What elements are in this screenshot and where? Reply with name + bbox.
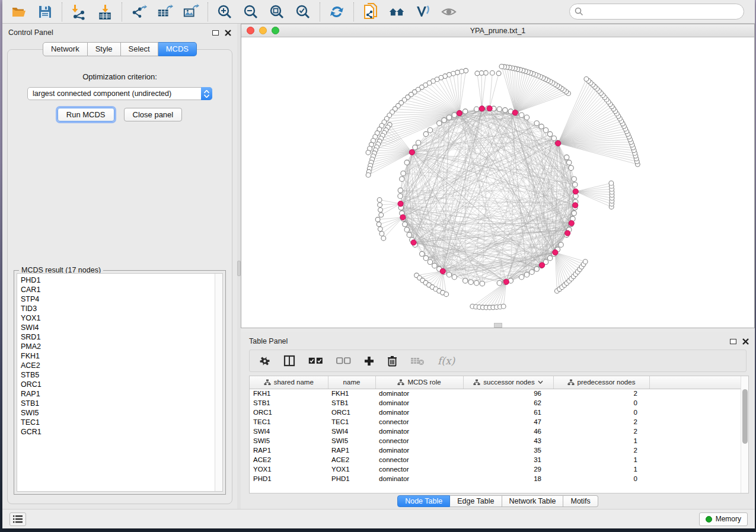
tab-network-table[interactable]: Network Table — [502, 495, 564, 507]
table-cell[interactable]: STB1 — [250, 398, 328, 408]
float-table-panel-icon[interactable] — [730, 339, 736, 344]
table-cell[interactable]: dominator — [375, 474, 463, 483]
table-cell[interactable]: connector — [375, 417, 463, 427]
table-row[interactable]: ORC1ORC1dominator610 — [250, 408, 741, 417]
canvas-splitter-handle[interactable] — [494, 323, 502, 328]
table-cell[interactable]: dominator — [375, 398, 463, 408]
table-scrollbar-thumb[interactable] — [742, 389, 748, 444]
delete-column-icon[interactable] — [387, 354, 397, 368]
table-row[interactable]: STB1STB1dominator620 — [250, 398, 741, 408]
zoom-in-icon[interactable] — [216, 4, 233, 20]
table-cell[interactable]: SWI4 — [328, 427, 375, 436]
zoom-selected-icon[interactable] — [295, 4, 311, 20]
tab-motifs[interactable]: Motifs — [563, 495, 598, 507]
table-cell[interactable]: dominator — [375, 408, 463, 417]
table-cell[interactable]: SWI5 — [328, 436, 375, 446]
zoom-out-icon[interactable] — [243, 4, 259, 20]
mcds-result-item[interactable]: TEC1 — [21, 418, 215, 427]
table-cell[interactable]: 2 — [553, 446, 649, 455]
table-cell[interactable]: FKH1 — [328, 389, 375, 398]
tab-network[interactable]: Network — [43, 42, 88, 56]
mcds-result-item[interactable]: RAP1 — [21, 389, 215, 399]
table-cell[interactable]: ORC1 — [328, 408, 375, 417]
table-cell[interactable]: TEC1 — [328, 417, 375, 427]
first-neighbors-icon[interactable] — [388, 4, 405, 20]
close-table-panel-icon[interactable] — [742, 338, 749, 345]
table-cell[interactable]: 43 — [463, 436, 553, 446]
table-row[interactable]: SWI4SWI4dominator462 — [250, 427, 741, 436]
show-hide-icon[interactable] — [441, 4, 457, 20]
select-all-columns-icon[interactable] — [308, 354, 323, 368]
add-column-icon[interactable] — [364, 354, 374, 368]
mcds-result-item[interactable]: SWI4 — [21, 323, 215, 332]
table-cell[interactable]: RAP1 — [328, 446, 375, 455]
column-header-predecessor-nodes[interactable]: predecessor nodes — [553, 376, 649, 389]
table-cell[interactable]: STB1 — [328, 398, 375, 408]
table-settings-icon[interactable] — [259, 354, 270, 368]
save-session-icon[interactable] — [37, 4, 53, 20]
mcds-result-item[interactable]: FKH1 — [21, 351, 215, 361]
table-cell[interactable]: 0 — [553, 398, 649, 408]
mcds-result-item[interactable]: STP4 — [21, 294, 215, 304]
table-cell[interactable]: YOX1 — [328, 464, 375, 474]
tab-style[interactable]: Style — [88, 42, 121, 56]
column-header-name[interactable]: name — [328, 376, 375, 389]
mcds-result-item[interactable]: STB5 — [21, 370, 215, 380]
table-row[interactable]: SWI5SWI5connector431 — [250, 436, 741, 446]
table-row[interactable]: YOX1YOX1connector291 — [250, 464, 741, 474]
close-panel-icon[interactable] — [225, 30, 231, 36]
table-cell[interactable]: 46 — [463, 427, 553, 436]
table-cell[interactable]: RAP1 — [250, 446, 328, 455]
table-cell[interactable]: 47 — [463, 417, 553, 427]
column-header-shared-name[interactable]: shared name — [250, 376, 328, 389]
tab-select[interactable]: Select — [121, 42, 158, 56]
table-cell[interactable]: 18 — [463, 474, 553, 483]
zoom-fit-icon[interactable] — [269, 4, 285, 20]
mcds-result-item[interactable]: PMA2 — [21, 342, 215, 351]
close-panel-button[interactable]: Close panel — [124, 108, 183, 121]
column-header-MCDS-role[interactable]: MCDS role — [375, 376, 463, 389]
tab-node-table[interactable]: Node Table — [397, 495, 450, 507]
table-cell[interactable]: 1 — [553, 455, 649, 464]
column-header-successor-nodes[interactable]: successor nodes — [463, 376, 553, 389]
open-file-icon[interactable] — [11, 4, 27, 20]
mcds-result-item[interactable]: SRD1 — [21, 332, 215, 342]
float-panel-icon[interactable] — [212, 30, 219, 36]
export-network-icon[interactable] — [130, 4, 147, 20]
table-cell[interactable]: dominator — [375, 389, 463, 398]
mcds-result-item[interactable]: GCR1 — [21, 427, 215, 437]
table-cell[interactable]: ACE2 — [250, 455, 328, 464]
table-cell[interactable]: SWI4 — [250, 427, 328, 436]
table-cell[interactable]: 29 — [463, 464, 553, 474]
table-row[interactable]: TEC1TEC1connector472 — [250, 417, 741, 427]
search-input[interactable] — [569, 4, 744, 20]
table-cell[interactable]: 2 — [553, 417, 649, 427]
table-cell[interactable]: 1 — [553, 464, 649, 474]
show-column-icon[interactable] — [283, 354, 295, 368]
run-mcds-button[interactable]: Run MCDS — [58, 108, 114, 121]
horizontal-splitter[interactable] — [241, 328, 755, 332]
import-network-icon[interactable] — [71, 4, 87, 20]
table-cell[interactable]: PHD1 — [328, 474, 375, 483]
unselect-all-columns-icon[interactable] — [336, 354, 351, 368]
table-cell[interactable]: 61 — [463, 408, 553, 417]
table-cell[interactable]: connector — [375, 436, 463, 446]
tab-mcds[interactable]: MCDS — [158, 42, 197, 56]
table-cell[interactable]: 2 — [553, 427, 649, 436]
export-image-icon[interactable] — [183, 4, 199, 20]
criterion-dropdown[interactable]: largest connected component (undirected) — [27, 87, 212, 100]
table-cell[interactable]: 0 — [553, 474, 649, 483]
table-row[interactable]: PHD1PHD1dominator180 — [250, 474, 741, 483]
mcds-result-item[interactable]: STB1 — [21, 399, 215, 408]
mcds-result-item[interactable]: SWI5 — [21, 408, 215, 418]
table-cell[interactable]: PHD1 — [250, 474, 328, 483]
table-row[interactable]: ACE2ACE2connector311 — [250, 455, 741, 464]
task-history-button[interactable] — [9, 512, 26, 526]
new-network-from-selection-icon[interactable] — [362, 4, 379, 20]
table-cell[interactable]: ORC1 — [250, 408, 328, 417]
table-cell[interactable]: connector — [375, 455, 463, 464]
table-cell[interactable]: 35 — [463, 446, 553, 455]
vizmap-icon[interactable] — [414, 4, 431, 20]
mcds-result-item[interactable]: YOX1 — [21, 313, 215, 323]
table-row[interactable]: RAP1RAP1dominator352 — [250, 446, 741, 455]
